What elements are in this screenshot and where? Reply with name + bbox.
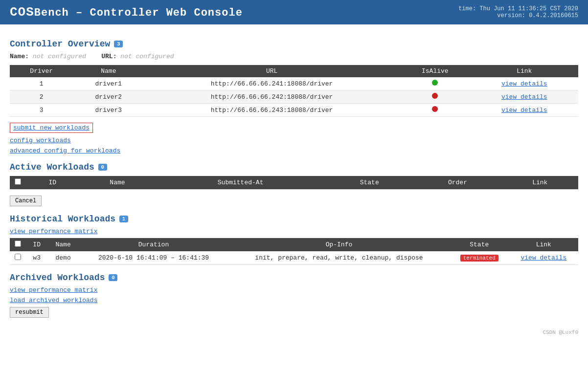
title-cos: COS	[10, 5, 34, 20]
historical-view-matrix-link[interactable]: view performance matrix	[10, 228, 97, 235]
view-details-link[interactable]: view details	[501, 107, 547, 114]
version-value: 0.4.2.20160615	[529, 12, 578, 19]
view-details-link[interactable]: view details	[501, 93, 547, 101]
table-row: 3 driver3 http://66.66.66.243:18088/driv…	[10, 104, 578, 117]
col-link: Link	[471, 65, 578, 77]
time-value: Thu Jun 11 11:36:25 CST 2020	[479, 5, 578, 12]
driver-url: http://66.66.66.243:18088/driver	[144, 104, 400, 117]
driver-link[interactable]: view details	[471, 104, 578, 117]
workload-id: w3	[26, 251, 47, 265]
col-link: Link	[502, 176, 578, 189]
col-isalive: IsAlive	[400, 65, 471, 77]
alive-red-dot	[432, 93, 438, 99]
footer-note: CSDN @Luxf0	[0, 325, 588, 340]
archived-view-matrix-link[interactable]: view performance matrix	[10, 286, 97, 294]
col-state: State	[325, 176, 413, 189]
driver-alive	[400, 77, 471, 90]
driver-name: driver2	[73, 90, 144, 104]
select-all-active[interactable]	[15, 178, 21, 185]
time-label: time:	[458, 5, 476, 12]
driver-id: 1	[10, 77, 73, 90]
config-workloads-link[interactable]: config workloads	[10, 137, 71, 144]
name-value: not configured	[33, 53, 86, 60]
col-driver: Driver	[10, 65, 73, 77]
col-op-info: Op-Info	[228, 238, 450, 251]
view-details-link[interactable]: view details	[521, 254, 567, 262]
cancel-button[interactable]: Cancel	[10, 196, 42, 206]
driver-name: driver1	[73, 77, 144, 90]
controller-name-url: Name: not configured URL: not configured	[10, 53, 578, 60]
url-label: URL:	[101, 53, 116, 60]
col-checkbox	[10, 238, 26, 251]
driver-link[interactable]: view details	[471, 77, 578, 90]
submit-new-workloads-link[interactable]: submit new workloads	[10, 123, 93, 133]
controller-overview-title: Controller Overview 3	[10, 39, 578, 49]
col-link: Link	[509, 238, 578, 251]
col-order: Order	[413, 176, 501, 189]
url-value: not configured	[120, 53, 174, 60]
driver-url: http://66.66.66.242:18088/driver	[144, 90, 400, 104]
col-state: State	[450, 238, 509, 251]
select-all-historical[interactable]	[15, 240, 21, 247]
active-workloads-badge: 0	[98, 164, 107, 171]
col-submitted-at: Submitted-At	[156, 176, 325, 189]
alive-green-dot	[432, 80, 438, 86]
workload-name: demo	[47, 251, 79, 265]
drivers-table: Driver Name URL IsAlive Link 1 driver1 h…	[10, 65, 578, 117]
driver-id: 3	[10, 104, 73, 117]
table-row: 1 driver1 http://66.66.66.241:18088/driv…	[10, 77, 578, 90]
state-badge-terminated: terminated	[460, 255, 498, 262]
col-id: ID	[26, 238, 47, 251]
driver-id: 2	[10, 90, 73, 104]
archived-workloads-title: Archived Workloads 0	[10, 273, 578, 283]
advanced-config-workloads-link[interactable]: advanced config for workloads	[10, 147, 120, 154]
resubmit-button[interactable]: resubmit	[10, 307, 49, 318]
workload-op-info: init, prepare, read, write, cleanup, dis…	[228, 251, 450, 265]
header-info: time: Thu Jun 11 11:36:25 CST 2020 versi…	[458, 5, 578, 19]
app-header: COSBench – Controller Web Console time: …	[0, 0, 588, 24]
driver-link[interactable]: view details	[471, 90, 578, 104]
col-name: Name	[73, 65, 144, 77]
row-checkbox[interactable]	[10, 251, 26, 265]
driver-alive	[400, 90, 471, 104]
workload-state: terminated	[450, 251, 509, 265]
historical-workloads-badge: 1	[119, 216, 128, 222]
historical-workloads-title: Historical Workloads 1	[10, 214, 578, 224]
name-label: Name:	[10, 53, 29, 60]
workload-link[interactable]: view details	[509, 251, 578, 265]
driver-name: driver3	[73, 104, 144, 117]
table-row	[10, 189, 578, 190]
col-name: Name	[47, 238, 79, 251]
col-checkbox	[10, 176, 26, 189]
alive-red-dot	[432, 106, 438, 112]
row-select[interactable]	[15, 254, 21, 260]
view-details-link[interactable]: view details	[501, 80, 547, 87]
table-row: w3 demo 2020-6-10 16:41:09 – 16:41:39 in…	[10, 251, 578, 265]
load-archived-workloads-link[interactable]: load archived workloads	[10, 297, 97, 304]
driver-url: http://66.66.66.241:18088/driver	[144, 77, 400, 90]
col-id: ID	[26, 176, 79, 189]
workload-duration: 2020-6-10 16:41:09 – 16:41:39	[79, 251, 228, 265]
col-duration: Duration	[79, 238, 228, 251]
col-url: URL	[144, 65, 400, 77]
table-row: 2 driver2 http://66.66.66.242:18088/driv…	[10, 90, 578, 104]
controller-overview-badge: 3	[114, 41, 123, 47]
col-name: Name	[79, 176, 156, 189]
title-rest: Bench – Controller Web Console	[34, 7, 243, 19]
active-workloads-table: ID Name Submitted-At State Order Link	[10, 176, 578, 190]
archived-workloads-badge: 0	[109, 274, 117, 281]
historical-workloads-table: ID Name Duration Op-Info State Link w3 d…	[10, 238, 578, 265]
version-label: version:	[497, 12, 525, 19]
active-workloads-title: Active Workloads 0	[10, 162, 578, 172]
app-title: COSBench – Controller Web Console	[10, 5, 243, 20]
driver-alive	[400, 104, 471, 117]
